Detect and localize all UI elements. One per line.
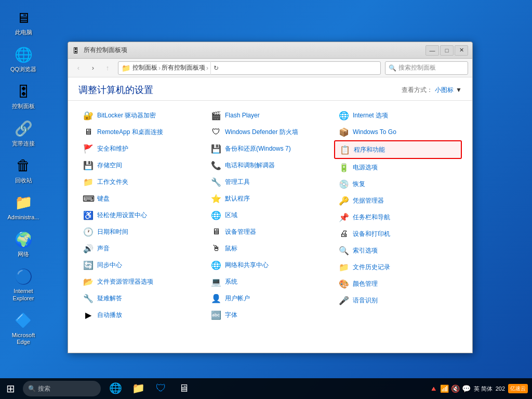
cp-item-troubleshoot[interactable]: 🔧 疑难解答 — [78, 290, 206, 307]
cp-item-autoplay[interactable]: ▶ 自动播放 — [78, 307, 206, 323]
cp-item-backup-restore[interactable]: 💾 备份和还原(Windows 7) — [206, 140, 334, 157]
cp-item-label-ease-access: 轻松使用设置中心 — [97, 211, 147, 220]
cp-item-icon-power-options: 🔋 — [338, 162, 350, 173]
cp-item-device-manager[interactable]: 🖥 设备管理器 — [206, 223, 334, 240]
desktop-icon-control-panel[interactable]: 🎛 控制面板 — [5, 79, 42, 112]
cp-item-phone-modem[interactable]: 📞 电话和调制解调器 — [206, 157, 334, 174]
cp-item-windows-defender[interactable]: 🛡 Windows Defender 防火墙 — [206, 124, 334, 140]
cp-item-label-mouse: 鼠标 — [225, 244, 237, 253]
content-area: 调整计算机的设置 查看方式： 小图标 ▼ 🔐 BitLocker 驱动器加密 🖥… — [68, 77, 472, 353]
desktop-icon-network[interactable]: 🌍 网络 — [5, 227, 42, 260]
cp-item-windows-to-go[interactable]: 📦 Windows To Go — [334, 124, 462, 140]
cp-item-icon-flash-player: 🎬 — [210, 110, 222, 121]
cp-item-label-network-sharing: 网络和共享中心 — [225, 261, 269, 270]
search-icon-taskbar: 🔍 — [28, 385, 36, 392]
back-button[interactable]: ‹ — [72, 62, 85, 74]
close-button[interactable]: ✕ — [455, 45, 468, 56]
cp-item-datetime[interactable]: 🕐 日期和时间 — [78, 223, 206, 240]
tray-expand-icon[interactable]: 🔺 — [429, 384, 438, 393]
cp-item-security[interactable]: 🚩 安全和维护 — [78, 140, 206, 157]
desktop-icon-recycle-bin[interactable]: 🗑 回收站 — [5, 153, 42, 186]
cp-item-icon-mouse: 🖱 — [210, 243, 222, 254]
cp-item-recovery[interactable]: 💿 恢复 — [334, 176, 462, 192]
icon-label-administrator: Administra... — [7, 214, 39, 221]
cp-item-sync-center[interactable]: 🔄 同步中心 — [78, 257, 206, 273]
icon-image-internet-explorer: 🔵 — [13, 266, 34, 287]
tray-icons: 🔺 📶 🔇 💬 — [429, 384, 471, 393]
cp-item-bitlocker[interactable]: 🔐 BitLocker 驱动器加密 — [78, 107, 206, 124]
minimize-button[interactable]: — — [425, 45, 439, 56]
cp-item-storage[interactable]: 💾 存储空间 — [78, 157, 206, 174]
up-button[interactable]: ↑ — [101, 62, 114, 74]
cp-item-mouse[interactable]: 🖱 鼠标 — [206, 240, 334, 257]
cp-item-ease-access[interactable]: ♿ 轻松使用设置中心 — [78, 207, 206, 223]
cp-item-icon-file-explorer-options: 📂 — [83, 276, 94, 287]
taskbar-app-remote[interactable]: 🖥 — [174, 378, 194, 399]
desktop-icon-administrator[interactable]: 📁 Administra... — [5, 190, 42, 223]
cp-item-label-default-programs: 默认程序 — [225, 194, 250, 203]
taskbar-app-explorer[interactable]: 📁 — [128, 378, 149, 399]
view-selector[interactable]: 查看方式： 小图标 ▼ — [402, 86, 462, 95]
maximize-button[interactable]: □ — [440, 45, 454, 56]
address-bar[interactable]: 📁 控制面板 › 所有控制面板项 › ↻ — [118, 61, 381, 75]
cp-item-label-windows-to-go: Windows To Go — [353, 128, 396, 136]
forward-button[interactable]: › — [87, 62, 99, 74]
cp-item-programs-features[interactable]: 📋 程序和功能 — [334, 140, 462, 159]
tray-time[interactable]: 202 — [496, 385, 505, 392]
tray-network-icon[interactable]: 📶 — [440, 384, 449, 393]
cp-item-icon-storage: 💾 — [83, 159, 94, 171]
desktop-icon-microsoft-edge[interactable]: 🔷 Microsoft Edge — [5, 308, 42, 348]
taskbar-app-store[interactable]: 🛡 — [151, 378, 171, 399]
icon-label-network: 网络 — [18, 251, 29, 258]
cp-item-file-history[interactable]: 📁 文件历史记录 — [334, 259, 462, 275]
brand-logo[interactable]: 亿速云 — [508, 384, 528, 393]
cp-item-work-folders[interactable]: 📁 工作文件夹 — [78, 174, 206, 190]
icon-label-qq-browser: QQ浏览器 — [10, 66, 36, 73]
cp-item-flash-player[interactable]: 🎬 Flash Player — [206, 107, 334, 124]
cp-item-color-management[interactable]: 🎨 颜色管理 — [334, 275, 462, 292]
cp-item-label-backup-restore: 备份和还原(Windows 7) — [225, 144, 291, 153]
cp-item-icon-admin-tools: 🔧 — [210, 176, 222, 188]
cp-item-internet-options[interactable]: 🌐 Internet 选项 — [334, 107, 462, 124]
start-button[interactable]: ⊞ — [0, 378, 21, 399]
cp-item-indexing[interactable]: 🔍 索引选项 — [334, 242, 462, 259]
cp-item-default-programs[interactable]: ⭐ 默认程序 — [206, 190, 334, 207]
tray-language[interactable]: 英 简体 — [474, 385, 493, 393]
cp-item-label-sound: 声音 — [97, 244, 110, 253]
cp-item-sound[interactable]: 🔊 声音 — [78, 240, 206, 257]
cp-item-icon-datetime: 🕐 — [83, 226, 94, 237]
cp-item-credential-manager[interactable]: 🔑 凭据管理器 — [334, 192, 462, 209]
cp-item-admin-tools[interactable]: 🔧 管理工具 — [206, 174, 334, 190]
tray-volume-icon[interactable]: 🔇 — [451, 384, 460, 393]
desktop-icon-this-pc[interactable]: 🖥 此电脑 — [5, 5, 42, 38]
cp-item-file-explorer-options[interactable]: 📂 文件资源管理器选项 — [78, 273, 206, 290]
cp-item-taskbar-navigation[interactable]: 📌 任务栏和导航 — [334, 209, 462, 225]
tray-message-icon[interactable]: 💬 — [462, 384, 471, 393]
refresh-button[interactable]: ↻ — [210, 61, 221, 75]
titlebar-icon: 🎛 — [72, 46, 81, 55]
folder-icon: 📁 — [122, 64, 130, 72]
items-container: 🔐 BitLocker 驱动器加密 🖥 RemoteApp 和桌面连接 🚩 安全… — [68, 101, 472, 329]
desktop-icon-qq-browser[interactable]: 🌐 QQ浏览器 — [5, 42, 42, 75]
cp-item-power-options[interactable]: 🔋 电源选项 — [334, 159, 462, 176]
search-box[interactable]: 🔍 搜索控制面板 — [385, 61, 468, 75]
cp-item-region[interactable]: 🌐 区域 — [206, 207, 334, 223]
cp-item-speech[interactable]: 🎤 语音识别 — [334, 292, 462, 309]
cp-item-user-accounts[interactable]: 👤 用户帐户 — [206, 290, 334, 307]
cp-item-network-sharing[interactable]: 🌐 网络和共享中心 — [206, 257, 334, 273]
cp-item-keyboard[interactable]: ⌨ 键盘 — [78, 190, 206, 207]
desktop-icon-broadband[interactable]: 🔗 宽带连接 — [5, 116, 42, 149]
cp-item-devices-printers[interactable]: 🖨 设备和打印机 — [334, 225, 462, 242]
taskbar-apps: 🌐 📁 🛡 🖥 — [105, 378, 194, 399]
cp-item-label-work-folders: 工作文件夹 — [97, 178, 128, 187]
cp-item-remoteapp[interactable]: 🖥 RemoteApp 和桌面连接 — [78, 124, 206, 140]
cp-item-fonts[interactable]: 🔤 字体 — [206, 307, 334, 323]
icon-image-control-panel: 🎛 — [13, 81, 34, 102]
desktop-icon-internet-explorer[interactable]: 🔵 Internet Explorer — [5, 264, 42, 303]
cp-item-icon-taskbar-navigation: 📌 — [338, 211, 350, 223]
taskbar-search[interactable]: 🔍 搜索 — [23, 381, 101, 396]
taskbar-app-edge[interactable]: 🌐 — [105, 378, 126, 399]
cp-item-system[interactable]: 💻 系统 — [206, 273, 334, 290]
cp-item-icon-security: 🚩 — [83, 143, 94, 154]
icon-image-microsoft-edge: 🔷 — [13, 310, 34, 331]
